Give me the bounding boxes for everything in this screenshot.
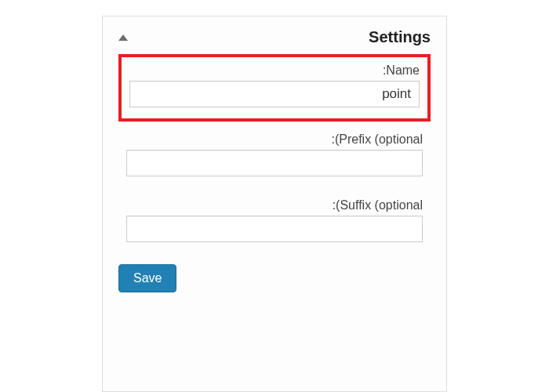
suffix-label: :(Suffix (optional: [126, 198, 423, 212]
name-input[interactable]: [129, 81, 420, 107]
collapse-up-icon[interactable]: [118, 34, 128, 41]
prefix-input[interactable]: [126, 150, 423, 176]
save-button[interactable]: Save: [118, 264, 176, 292]
name-field-group: :Name: [118, 54, 431, 122]
prefix-field-group: :(Prefix (optional: [118, 126, 431, 187]
suffix-field-group: :(Suffix (optional: [118, 192, 431, 253]
settings-panel: Settings :Name :(Prefix (optional :(Suff…: [102, 16, 447, 392]
suffix-input[interactable]: [126, 216, 423, 242]
panel-title: Settings: [369, 28, 431, 46]
prefix-label: :(Prefix (optional: [126, 132, 423, 147]
panel-header: Settings: [118, 28, 431, 46]
name-label: :Name: [129, 64, 420, 78]
